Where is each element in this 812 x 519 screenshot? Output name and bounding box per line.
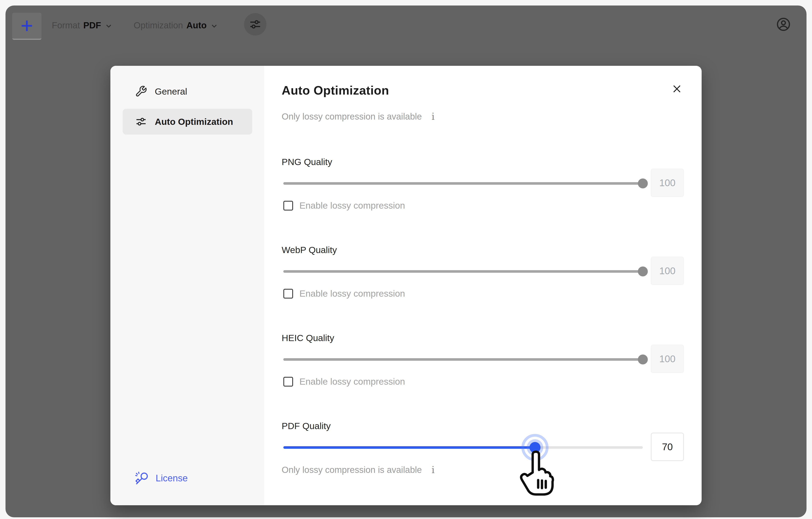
heic-quality-row: HEIC Quality 100 Enable lossy compressio…	[264, 333, 702, 396]
webp-quality-value[interactable]: 100	[651, 257, 684, 285]
add-file-button[interactable]	[12, 13, 41, 40]
heic-quality-value[interactable]: 100	[651, 345, 684, 373]
webp-quality-label: WebP Quality	[282, 245, 337, 255]
settings-sidebar: General Auto Optimization License	[110, 66, 264, 505]
note-text: Only lossy compression is available	[282, 465, 422, 475]
sliders-icon	[249, 18, 262, 31]
lossy-checkbox[interactable]	[283, 377, 293, 387]
app-window: Format PDF Optimization Auto	[5, 5, 807, 517]
info-icon[interactable]: i	[432, 464, 435, 475]
webp-quality-slider[interactable]	[283, 270, 643, 273]
sidebar-item-auto-optimization[interactable]: Auto Optimization	[123, 109, 252, 135]
pdf-note: Only lossy compression is available i	[282, 464, 435, 475]
png-quality-label: PNG Quality	[282, 157, 332, 167]
heic-quality-slider[interactable]	[283, 358, 643, 361]
sidebar-item-label: General	[155, 86, 187, 97]
settings-content: Auto Optimization Only lossy compression…	[264, 66, 702, 505]
webp-quality-row: WebP Quality 100 Enable lossy compressio…	[264, 245, 702, 308]
account-button[interactable]	[772, 13, 795, 35]
png-lossy-option: Enable lossy compression	[283, 200, 405, 211]
chevron-down-icon	[210, 22, 219, 30]
plus-icon	[19, 18, 35, 34]
png-quality-value[interactable]: 100	[651, 169, 684, 197]
png-quality-slider[interactable]	[283, 182, 643, 185]
sidebar-item-label: Auto Optimization	[155, 116, 233, 127]
sidebar-item-license[interactable]: License	[135, 471, 188, 485]
sliders-icon	[135, 115, 147, 128]
user-circle-icon	[776, 17, 791, 32]
heic-quality-label: HEIC Quality	[282, 333, 334, 343]
key-icon	[135, 471, 148, 485]
chevron-down-icon	[105, 22, 113, 30]
png-quality-row: PNG Quality 100 Enable lossy compression	[264, 157, 702, 220]
subtitle-text: Only lossy compression is available	[282, 111, 422, 122]
info-icon[interactable]: i	[432, 111, 435, 122]
slider-thumb[interactable]	[638, 267, 648, 276]
format-value: PDF	[83, 20, 101, 30]
slider-thumb[interactable]	[638, 355, 648, 364]
lossy-checkbox[interactable]	[283, 201, 293, 211]
webp-lossy-option: Enable lossy compression	[283, 289, 405, 299]
settings-button[interactable]	[244, 13, 266, 35]
slider-thumb[interactable]	[638, 179, 648, 189]
lossy-checkbox-label: Enable lossy compression	[299, 376, 405, 387]
close-icon	[671, 83, 683, 94]
sidebar-item-general[interactable]: General	[123, 79, 252, 104]
license-label: License	[156, 473, 188, 484]
slider-fill	[283, 446, 535, 449]
pdf-quality-row: PDF Quality 70 Only lossy compression is…	[264, 421, 702, 484]
dialog-title: Auto Optimization	[282, 83, 389, 97]
heic-lossy-option: Enable lossy compression	[283, 376, 405, 387]
lossy-checkbox[interactable]	[283, 289, 293, 299]
pdf-quality-value[interactable]: 70	[651, 433, 684, 461]
pdf-quality-label: PDF Quality	[282, 421, 331, 431]
optimization-dropdown[interactable]: Optimization Auto	[134, 19, 219, 32]
close-button[interactable]	[671, 83, 683, 95]
slider-fill	[283, 270, 643, 273]
optimization-label: Optimization	[134, 20, 183, 30]
settings-dialog: General Auto Optimization License	[110, 66, 702, 505]
format-dropdown[interactable]: Format PDF	[52, 19, 113, 32]
pdf-quality-slider[interactable]	[283, 446, 643, 449]
slider-fill	[283, 358, 643, 361]
lossy-checkbox-label: Enable lossy compression	[299, 289, 405, 299]
lossy-checkbox-label: Enable lossy compression	[299, 200, 405, 211]
wrench-icon	[135, 85, 147, 98]
optimization-value: Auto	[186, 20, 207, 30]
hand-cursor-icon	[515, 450, 557, 498]
dialog-subtitle: Only lossy compression is available i	[282, 111, 435, 122]
format-label: Format	[52, 20, 80, 30]
slider-fill	[283, 182, 643, 185]
